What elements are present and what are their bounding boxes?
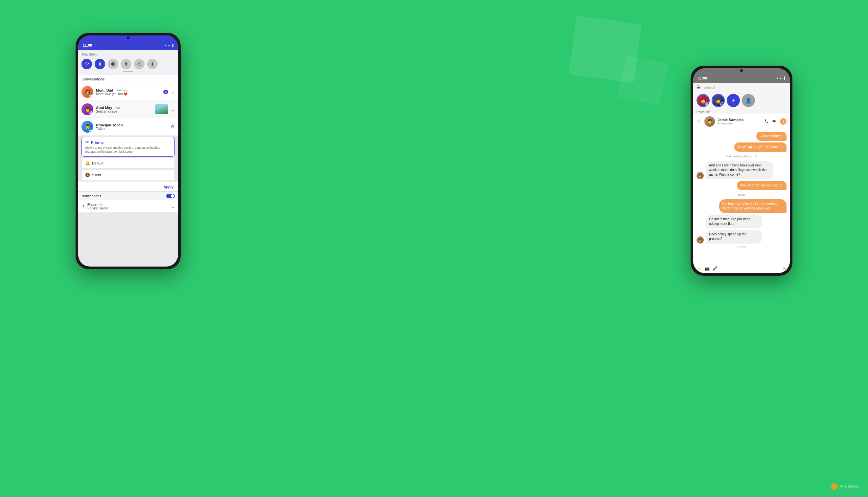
badge-principal [89, 129, 93, 133]
notifications-toggle[interactable] [166, 194, 175, 198]
expand-maps[interactable]: ⌄ [171, 204, 175, 209]
camera-dot-left [127, 37, 129, 39]
priority-title: Priority [91, 141, 104, 144]
notif-aunt-may[interactable]: 👩 Aunt May · 6m Sent an image ⌄ [78, 101, 178, 118]
messages-header: ☰ Search [693, 83, 790, 92]
qs-flashlight-icon[interactable] [121, 59, 132, 69]
mic-icon[interactable]: 🎤 [712, 266, 718, 271]
chat-avatar-jamie: 👩 [704, 116, 715, 127]
notif-badge-count: 3 [163, 90, 168, 94]
wifi-icon: ▾ [165, 44, 167, 47]
qs-battery-icon[interactable] [147, 59, 158, 69]
notif-body-aunt-may: Sent an image [96, 110, 152, 113]
msg-row-received-1: 👩 Anu and I are having folks over next w… [697, 161, 786, 179]
maps-message: Parking saved [87, 207, 169, 210]
camera-dot-right [740, 69, 743, 72]
phone-right: 11:00 ▾ ▲ ▐ ☰ Search 👩 👩 [691, 66, 793, 276]
notif-principal-toben[interactable]: 👨 Principal Toben Twitter ⚙ [78, 118, 178, 136]
default-option[interactable]: 🔔 Default [82, 158, 175, 168]
qs-rotation-icon[interactable] [134, 59, 144, 69]
quick-settings-panel: Tue, Sep 8 [78, 50, 178, 75]
qs-wifi-icon[interactable] [82, 59, 92, 69]
info-icon[interactable]: i [780, 118, 786, 125]
apply-row: Apply [78, 182, 178, 191]
chat-actions: i [764, 118, 786, 125]
gear-icon-principal[interactable]: ⚙ [170, 124, 175, 129]
qs-bluetooth-icon[interactable] [95, 59, 105, 69]
notif-time-mom-dad-val: Just now [116, 89, 128, 92]
story-person-3[interactable]: 👤 [742, 94, 755, 107]
badge-aunt-may [89, 111, 93, 115]
wifi-icon-right: ▾ [777, 76, 778, 80]
avatar-principal: 👨 [82, 121, 93, 133]
status-bar-right: 11:00 ▾ ▲ ▐ [693, 73, 790, 83]
expand-mom-dad[interactable]: ⌄ [171, 89, 175, 95]
watermark: 中国资讯网 [830, 483, 858, 491]
duo-badge [720, 102, 724, 106]
notif-time-mom-dad: · [115, 89, 116, 92]
maps-pin-icon: 📍 [82, 204, 85, 208]
primary-label: PRIMARY [693, 109, 790, 114]
notif-body-principal: Twitter [96, 127, 168, 131]
chat-messages: Goood morning! What's up today? Let's me… [693, 129, 790, 263]
qs-date: Tue, Sep 8 [82, 53, 175, 56]
maps-time: 5m [100, 203, 105, 206]
watermark-logo [830, 483, 838, 491]
qs-dnd-icon[interactable] [108, 59, 118, 69]
expand-aunt-may[interactable]: ⌄ [171, 107, 175, 112]
notif-body-mom-dad: Mom: love you too ❤️ [96, 92, 161, 96]
bell-icon: 🔔 [85, 161, 90, 166]
send-icon[interactable]: ➤ [783, 266, 786, 271]
silent-label: Silent [92, 173, 101, 177]
chat-contact-status: Active now [718, 122, 744, 125]
back-icon[interactable] [697, 118, 702, 125]
chat-input-bar: ☺ 📷 🎤 ➤ [693, 263, 790, 273]
msg-received-2b: Does honey speed up the process? [706, 230, 762, 244]
notif-content-principal: Principal Toben Twitter [96, 123, 168, 131]
silent-option[interactable]: 🔕 Silent [82, 170, 175, 180]
story-avatar-1[interactable]: 👩 [697, 94, 709, 107]
notif-name-principal: Principal Toben [96, 123, 123, 127]
msg-received-2a: Oh interesting. I've just been adding mo… [706, 215, 762, 228]
bell-off-icon: 🔕 [85, 173, 90, 177]
status-time-right: 11:00 [698, 76, 707, 80]
battery-icon: ▐ [171, 44, 174, 47]
signal-icon: ▲ [168, 44, 170, 47]
notifications-section: Notifications [78, 191, 178, 200]
chat-contact-name: Jamie Samples [718, 118, 744, 122]
story-avatar-2[interactable]: 👩 [712, 94, 725, 107]
messenger-badge [705, 102, 709, 106]
chat-header: 👩 Jamie Samples Active now i [693, 114, 790, 129]
camera-icon-chat[interactable]: 📷 [704, 266, 709, 271]
apply-button[interactable]: Apply [163, 185, 174, 189]
watermark-text: 中国资讯网 [840, 484, 858, 489]
notif-content-mom-dad: Mom, Dad · Just now Mom: love you too ❤️ [96, 88, 161, 96]
status-icons-right: ▾ ▲ ▐ [777, 76, 785, 80]
aunt-may-image-thumb [155, 104, 168, 114]
hamburger-icon[interactable]: ☰ [697, 85, 701, 90]
msg-time-stamp: 20 mins [697, 245, 786, 248]
msg-received-1: Anu and I are having folks over next wee… [706, 161, 773, 179]
qs-icons-row [82, 59, 175, 69]
msg-avatar-small-2: 👩 [697, 236, 704, 244]
msg-sent-2: What's up today? Let's meet up [734, 142, 786, 152]
priority-option[interactable]: Priority Shows at top of conversation se… [82, 137, 175, 157]
add-contact-button[interactable]: + [727, 94, 740, 107]
msg-sent-1: Goood morning! [756, 132, 786, 141]
story-row: 👩 👩 + 👤 [693, 92, 790, 109]
badge-mom-dad [89, 94, 93, 98]
status-icons-left: ▾ ▲ ▐ [165, 44, 174, 47]
msg-sent-3: Aww yeah I'm in! Sounds fun! [737, 181, 786, 190]
priority-icon [85, 140, 89, 145]
msg-avatar-jamie: 👩 [697, 172, 704, 179]
default-label: Default [92, 161, 104, 165]
video-icon[interactable] [772, 119, 777, 124]
notif-maps[interactable]: 📍 Maps · 5m Parking saved ⌄ [78, 200, 178, 212]
priority-desc: Shows at top of conversation section, ap… [85, 146, 171, 154]
emoji-icon[interactable]: ☺ [697, 265, 702, 271]
phone-icon[interactable] [764, 119, 769, 124]
notif-mom-dad[interactable]: 👩 Mom, Dad · Just now Mom: love you too … [78, 83, 178, 101]
date-divider-1: Wednesday, August 19 [697, 155, 786, 158]
search-label[interactable]: Search [703, 85, 786, 89]
notif-time-aunt-may: 6m [116, 106, 120, 109]
